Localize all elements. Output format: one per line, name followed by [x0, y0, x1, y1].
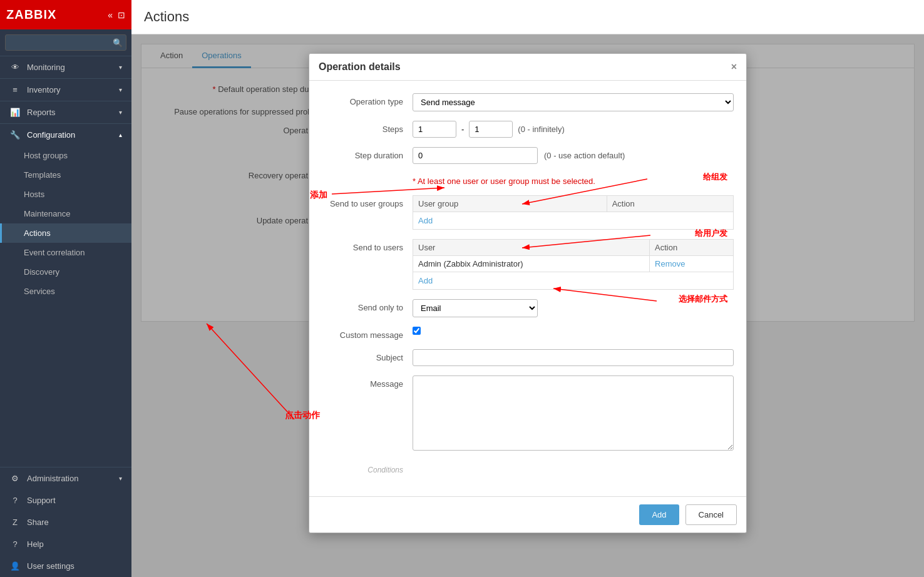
administration-label: Administration: [27, 474, 78, 483]
send-to-groups-label: Send to user groups: [322, 195, 403, 208]
validation-message: * At least one user or user group must b…: [413, 176, 734, 186]
user-admin-name: Admin (Zabbix Administrator): [413, 256, 650, 272]
sidebar-item-hosts[interactable]: Hosts: [0, 185, 131, 204]
send-only-to-label: Send only to: [322, 299, 403, 312]
host-groups-label: Host groups: [24, 151, 68, 160]
page-header: Actions: [131, 0, 924, 34]
message-textarea[interactable]: [413, 375, 734, 451]
user-settings-label: User settings: [27, 561, 74, 571]
sidebar-item-discovery[interactable]: Discovery: [0, 262, 131, 282]
sidebar-item-help[interactable]: ? Help: [0, 533, 131, 555]
steps-from-input[interactable]: [413, 121, 456, 138]
modal-cancel-button[interactable]: Cancel: [685, 504, 737, 525]
reports-icon: 📊: [9, 108, 21, 117]
send-only-to-select[interactable]: Email SMS Jabber: [413, 299, 538, 317]
services-label: Services: [24, 287, 55, 296]
sidebar-search: 🔍: [5, 34, 126, 51]
steps-control: - (0 - infinitely): [413, 121, 734, 138]
user-groups-table: User group Action: [413, 195, 734, 230]
user-admin-row: Admin (Zabbix Administrator) Remove: [413, 256, 734, 272]
custom-message-label: Custom message: [322, 327, 403, 340]
inventory-chevron: ▾: [119, 86, 122, 93]
sidebar-item-actions[interactable]: Actions: [0, 223, 131, 243]
sidebar-item-inventory[interactable]: ≡ Inventory ▾: [0, 79, 131, 101]
sidebar-item-services[interactable]: Services: [0, 282, 131, 301]
steps-separator: -: [461, 125, 464, 134]
validation-msg-row: * At least one user or user group must b…: [322, 173, 734, 186]
search-icon: 🔍: [113, 38, 123, 48]
sidebar-item-monitoring-label: Monitoring: [27, 63, 65, 72]
message-control: [413, 375, 734, 452]
step-duration-modal-label: Step duration: [322, 147, 403, 160]
monitoring-chevron: ▾: [119, 64, 122, 71]
add-user-link[interactable]: Add: [418, 276, 433, 285]
users-header: User Action: [413, 240, 734, 256]
add-user-group-link[interactable]: Add: [418, 216, 433, 225]
operation-type-control: Send message Send command: [413, 93, 734, 111]
message-label: Message: [322, 375, 403, 389]
sidebar-item-templates[interactable]: Templates: [0, 165, 131, 185]
modal-close-button[interactable]: ×: [731, 61, 737, 73]
modal-body: Operation type Send message Send command: [309, 81, 746, 496]
modal-header: Operation details ×: [309, 54, 746, 81]
sidebar-item-share[interactable]: Z Share: [0, 511, 131, 533]
sidebar-item-event-correlation[interactable]: Event correlation: [0, 243, 131, 262]
send-to-users-control: User Action Admin (Zabb: [413, 239, 734, 290]
templates-label: Templates: [24, 170, 61, 180]
sidebar-item-monitoring[interactable]: 👁 Monitoring ▾: [0, 56, 131, 78]
nav-section-configuration: 🔧 Configuration ▴ Host groups Templates …: [0, 123, 131, 301]
collapse-icon[interactable]: «: [108, 10, 113, 20]
step-duration-modal-row: Step duration (0 - use action default): [322, 147, 734, 164]
conditions-partial: Conditions: [322, 462, 734, 474]
sidebar-item-support[interactable]: ? Support: [0, 489, 131, 511]
actions-label: Actions: [24, 228, 51, 238]
support-icon: ?: [9, 496, 21, 505]
share-label: Share: [27, 518, 49, 527]
users-table: User Action Admin (Zabb: [413, 239, 734, 290]
sidebar-item-maintenance[interactable]: Maintenance: [0, 204, 131, 223]
maintenance-label: Maintenance: [24, 209, 70, 218]
sidebar-item-reports[interactable]: 📊 Reports ▾: [0, 101, 131, 123]
monitoring-icon: 👁: [9, 63, 21, 72]
nav-bottom: ⚙ Administration ▾ ? Support Z Share ? H…: [0, 467, 131, 577]
help-label: Help: [27, 539, 44, 549]
search-input[interactable]: [5, 34, 126, 51]
main-content: Actions Action Operations Default operat…: [131, 0, 924, 577]
user-group-col-header: User group: [413, 196, 607, 212]
users-action-col-header: Action: [650, 240, 734, 256]
sidebar-item-administration[interactable]: ⚙ Administration ▾: [0, 467, 131, 489]
message-row: Message: [322, 375, 734, 452]
fullscreen-icon[interactable]: ⊡: [118, 10, 125, 20]
nav-section-reports: 📊 Reports ▾: [0, 101, 131, 123]
subject-input[interactable]: [413, 349, 734, 366]
sidebar-header: ZABBIX « ⊡: [0, 0, 131, 29]
custom-message-control: [413, 327, 734, 337]
operation-type-row: Operation type Send message Send command: [322, 93, 734, 111]
steps-to-input[interactable]: [469, 121, 513, 138]
administration-chevron: ▾: [119, 475, 122, 482]
sidebar-item-user-settings[interactable]: 👤 User settings: [0, 555, 131, 577]
user-group-action-col-header: Action: [607, 196, 733, 212]
reports-chevron: ▾: [119, 109, 122, 116]
user-col-header: User: [413, 240, 650, 256]
sidebar: ZABBIX « ⊡ 🔍 👁 Monitoring ▾ ≡ Inventory …: [0, 0, 131, 577]
steps-hint: (0 - infinitely): [518, 125, 564, 134]
support-label: Support: [27, 496, 56, 505]
step-duration-input-modal[interactable]: [413, 147, 538, 164]
modal-footer: Add Cancel: [309, 496, 746, 533]
user-remove-link[interactable]: Remove: [655, 259, 685, 268]
custom-message-checkbox[interactable]: [413, 327, 421, 335]
help-icon: ?: [9, 539, 21, 549]
sidebar-item-inventory-label: Inventory: [27, 85, 60, 94]
operation-type-select[interactable]: Send message Send command: [413, 93, 734, 111]
add-user-row: Add: [413, 272, 734, 290]
modal-add-button[interactable]: Add: [639, 504, 679, 525]
step-duration-control: (0 - use action default): [413, 147, 734, 164]
sidebar-logo: ZABBIX: [6, 8, 56, 22]
operation-type-label: Operation type: [322, 93, 403, 106]
send-to-groups-control: User group Action: [413, 195, 734, 230]
sidebar-item-configuration[interactable]: 🔧 Configuration ▴: [0, 124, 131, 146]
sidebar-item-configuration-label: Configuration: [27, 130, 75, 140]
sidebar-item-host-groups[interactable]: Host groups: [0, 146, 131, 165]
send-to-groups-row: Send to user groups User group: [322, 195, 734, 230]
